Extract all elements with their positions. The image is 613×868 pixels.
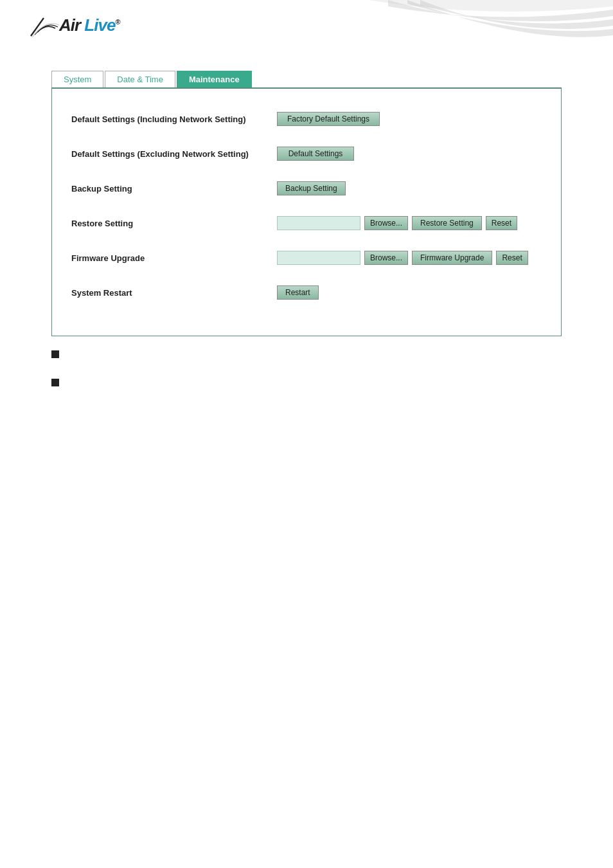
restore-reset-button[interactable]: Reset	[486, 216, 517, 230]
desc-bullet-1	[51, 349, 562, 358]
default-excluding-controls: Default Settings	[277, 147, 354, 161]
desc-bullet-2	[51, 377, 562, 386]
backup-setting-button[interactable]: Backup Setting	[277, 181, 346, 195]
logo-icon	[26, 12, 59, 39]
row-default-including: Default Settings (Including Network Sett…	[71, 102, 542, 136]
default-settings-button[interactable]: Default Settings	[277, 147, 354, 161]
firmware-browse-button[interactable]: Browse...	[364, 251, 408, 265]
tab-system[interactable]: System	[51, 71, 103, 87]
firmware-reset-button[interactable]: Reset	[496, 251, 528, 265]
firmware-file-input[interactable]	[277, 251, 360, 265]
default-including-label: Default Settings (Including Network Sett…	[71, 114, 277, 124]
restart-button[interactable]: Restart	[277, 285, 319, 300]
main-panel: Default Settings (Including Network Sett…	[51, 89, 562, 336]
backup-label: Backup Setting	[71, 184, 277, 194]
logo-live: Live	[84, 15, 115, 35]
row-default-excluding: Default Settings (Excluding Network Sett…	[71, 136, 542, 171]
logo-registered: ®	[115, 18, 120, 26]
row-firmware: Firmware Upgrade Browse... Firmware Upgr…	[71, 240, 542, 275]
firmware-label: Firmware Upgrade	[71, 253, 277, 263]
restore-label: Restore Setting	[71, 219, 277, 228]
backup-controls: Backup Setting	[277, 181, 346, 195]
bullet-icon-2	[51, 379, 59, 386]
default-including-controls: Factory Default Settings	[277, 112, 380, 126]
description-section	[51, 349, 562, 386]
logo-area: Air Live®	[26, 12, 120, 39]
restore-file-input[interactable]	[277, 216, 360, 230]
bullet-icon-1	[51, 350, 59, 358]
factory-default-button[interactable]: Factory Default Settings	[277, 112, 380, 126]
firmware-upgrade-button[interactable]: Firmware Upgrade	[412, 251, 492, 265]
tabs-bar: System Date & Time Maintenance	[51, 71, 562, 89]
restore-setting-button[interactable]: Restore Setting	[412, 216, 482, 230]
tab-maintenance[interactable]: Maintenance	[177, 71, 252, 87]
restore-controls: Browse... Restore Setting Reset	[277, 216, 517, 230]
restart-label: System Restart	[71, 288, 277, 298]
restart-controls: Restart	[277, 285, 319, 300]
default-excluding-label: Default Settings (Excluding Network Sett…	[71, 149, 277, 159]
logo-air: Air	[59, 15, 80, 35]
firmware-controls: Browse... Firmware Upgrade Reset	[277, 251, 528, 265]
header: Air Live®	[0, 0, 613, 71]
header-swoosh	[292, 0, 613, 71]
restore-browse-button[interactable]: Browse...	[364, 216, 408, 230]
logo-text: Air Live®	[59, 15, 120, 35]
tab-datetime[interactable]: Date & Time	[105, 71, 175, 87]
row-restore: Restore Setting Browse... Restore Settin…	[71, 206, 542, 240]
row-restart: System Restart Restart	[71, 275, 542, 310]
row-backup: Backup Setting Backup Setting	[71, 171, 542, 206]
